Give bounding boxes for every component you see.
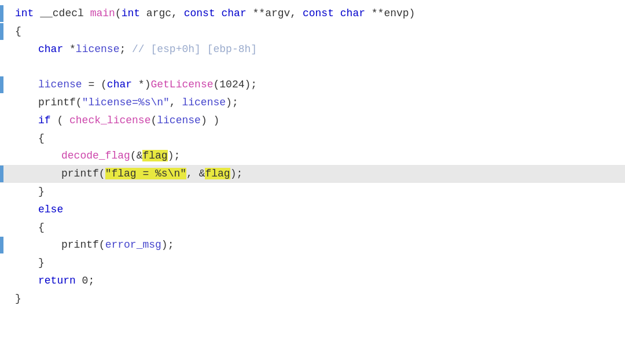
code-line: char *license; // [esp+0h] [ebp-8h] xyxy=(0,41,625,58)
line-indicator xyxy=(0,201,3,218)
line-indicator xyxy=(0,291,3,307)
line-indicator xyxy=(0,94,3,111)
line-indicator xyxy=(0,183,3,200)
line-indicator xyxy=(0,166,3,182)
code-text: } xyxy=(9,183,45,200)
line-indicator xyxy=(0,219,3,236)
code-text: if ( check_license(license) ) xyxy=(9,112,219,129)
code-text: license = (char *)GetLicense(1024); xyxy=(9,76,257,93)
code-text: printf("license=%s\n", license); xyxy=(9,94,238,111)
code-line: decode_flag(&flag); xyxy=(0,147,625,165)
line-indicator xyxy=(0,58,3,75)
code-view: int __cdecl main(int argc, const char **… xyxy=(0,0,625,364)
code-line: return 0; xyxy=(0,272,625,290)
code-text: } xyxy=(9,291,21,307)
code-line: if ( check_license(license) ) xyxy=(0,112,625,130)
code-line: printf("license=%s\n", license); xyxy=(0,94,625,112)
line-indicator xyxy=(0,41,3,58)
code-line: printf(error_msg); xyxy=(0,236,625,254)
line-indicator xyxy=(0,237,3,253)
code-text xyxy=(9,58,21,75)
line-indicator xyxy=(0,273,3,289)
code-line: { xyxy=(0,23,625,41)
code-text: char *license; // [esp+0h] [ebp-8h] xyxy=(9,41,257,58)
code-text: } xyxy=(9,255,45,271)
code-text: int __cdecl main(int argc, const char **… xyxy=(9,5,415,22)
line-indicator xyxy=(0,23,3,40)
code-text: { xyxy=(9,219,45,236)
code-line: int __cdecl main(int argc, const char **… xyxy=(0,5,625,23)
code-line: else xyxy=(0,201,625,219)
code-line-highlighted: printf("flag = %s\n", &flag); xyxy=(0,165,625,183)
code-line: license = (char *)GetLicense(1024); xyxy=(0,76,625,94)
line-indicator xyxy=(0,148,3,164)
code-text: printf("flag = %s\n", &flag); xyxy=(9,166,242,182)
code-line: } xyxy=(0,290,625,308)
code-text: { xyxy=(9,130,45,147)
line-indicator xyxy=(0,5,3,22)
code-text: else xyxy=(9,201,63,218)
code-line: { xyxy=(0,130,625,148)
line-indicator xyxy=(0,76,3,93)
code-line: { xyxy=(0,219,625,237)
code-line: } xyxy=(0,254,625,272)
code-text: decode_flag(&flag); xyxy=(9,148,180,164)
code-line xyxy=(0,58,625,76)
line-indicator xyxy=(0,112,3,129)
code-text: { xyxy=(9,23,21,40)
line-indicator xyxy=(0,255,3,271)
code-text: printf(error_msg); xyxy=(9,237,174,253)
code-text: return 0; xyxy=(9,273,94,289)
line-indicator xyxy=(0,130,3,147)
code-line: } xyxy=(0,183,625,201)
